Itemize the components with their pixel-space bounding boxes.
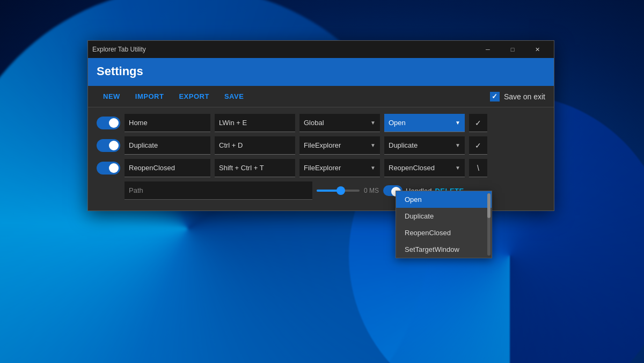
close-button[interactable]: ✕ [525, 41, 550, 58]
shortcut-row-0: Global ▼ Open ▼ ✓ [97, 114, 545, 132]
verify-button-0[interactable]: ✓ [469, 114, 487, 132]
dropdown-item-2[interactable]: ReopenClosed [396, 224, 492, 241]
new-button[interactable]: NEW [97, 90, 127, 103]
save-on-exit-container: Save on exit [490, 92, 545, 101]
chevron-down-icon: ▼ [370, 120, 376, 126]
scope-dropdown-2[interactable]: FileExplorer ▼ [299, 159, 380, 177]
window-title: Explorer Tab Utility [92, 46, 475, 53]
chevron-down-icon: ▼ [455, 165, 460, 171]
dropdown-scrollbar [487, 193, 491, 256]
delay-slider[interactable] [317, 190, 360, 192]
import-button[interactable]: IMPORT [129, 90, 171, 103]
name-field-0[interactable] [125, 114, 210, 132]
action-value-2: ReopenClosed [389, 164, 435, 172]
scope-value-2: FileExplorer [304, 164, 341, 172]
dropdown-item-1[interactable]: Duplicate [396, 208, 492, 224]
delay-label: 0 MS [364, 187, 379, 194]
scope-value-0: Global [304, 119, 324, 127]
hotkey-field-2[interactable] [215, 159, 295, 177]
shortcut-row-1: FileExplorer ▼ Duplicate ▼ ✓ [97, 136, 545, 155]
toolbar: NEW IMPORT EXPORT SAVE Save on exit [88, 86, 554, 107]
app-window: Explorer Tab Utility ─ □ ✕ Settings NEW … [87, 40, 554, 211]
toggle-1[interactable] [97, 139, 120, 152]
title-bar: Explorer Tab Utility ─ □ ✕ [88, 41, 554, 58]
scope-value-1: FileExplorer [304, 141, 341, 149]
action-dropdown-1[interactable]: Duplicate ▼ [384, 136, 465, 155]
action-dropdown-menu: Open Duplicate ReopenClosed SetTargetWin… [396, 191, 492, 258]
minimize-button[interactable]: ─ [475, 41, 500, 58]
path-input[interactable] [125, 182, 312, 200]
chevron-down-icon: ▼ [370, 142, 376, 148]
scope-dropdown-1[interactable]: FileExplorer ▼ [299, 136, 380, 155]
chevron-down-icon: ▼ [370, 165, 376, 171]
dropdown-item-3[interactable]: SetTargetWindow [396, 241, 492, 258]
hotkey-field-1[interactable] [215, 136, 295, 155]
shortcut-row-2: FileExplorer ▼ ReopenClosed ▼ \ [97, 159, 545, 177]
slider-thumb[interactable] [336, 186, 345, 195]
scope-dropdown-0[interactable]: Global ▼ [299, 114, 380, 132]
scrollbar-thumb [487, 193, 491, 218]
save-on-exit-checkbox[interactable] [490, 92, 500, 101]
action-extra-button-2[interactable]: \ [469, 159, 487, 177]
chevron-down-icon: ▼ [455, 120, 460, 126]
save-button[interactable]: SAVE [218, 90, 250, 103]
action-value-1: Duplicate [389, 141, 418, 149]
verify-button-1[interactable]: ✓ [469, 136, 487, 155]
export-button[interactable]: EXPORT [172, 90, 215, 103]
chevron-down-icon: ▼ [455, 142, 460, 148]
slider-fill [317, 190, 338, 192]
maximize-button[interactable]: □ [500, 41, 525, 58]
content-area: Global ▼ Open ▼ ✓ FileExplorer ▼ Duplica… [88, 107, 554, 210]
action-dropdown-2[interactable]: ReopenClosed ▼ [384, 159, 465, 177]
header-bar: Settings [88, 58, 554, 86]
name-field-2[interactable] [125, 159, 210, 177]
window-controls: ─ □ ✕ [475, 41, 550, 58]
name-field-1[interactable] [125, 136, 210, 155]
action-dropdown-0[interactable]: Open ▼ [384, 114, 465, 132]
dropdown-item-0[interactable]: Open [396, 191, 492, 208]
toggle-2[interactable] [97, 162, 120, 175]
toggle-0[interactable] [97, 117, 120, 129]
page-title: Settings [97, 64, 143, 78]
action-value-0: Open [389, 119, 406, 127]
hotkey-field-0[interactable] [215, 114, 295, 132]
save-on-exit-label: Save on exit [504, 92, 545, 101]
